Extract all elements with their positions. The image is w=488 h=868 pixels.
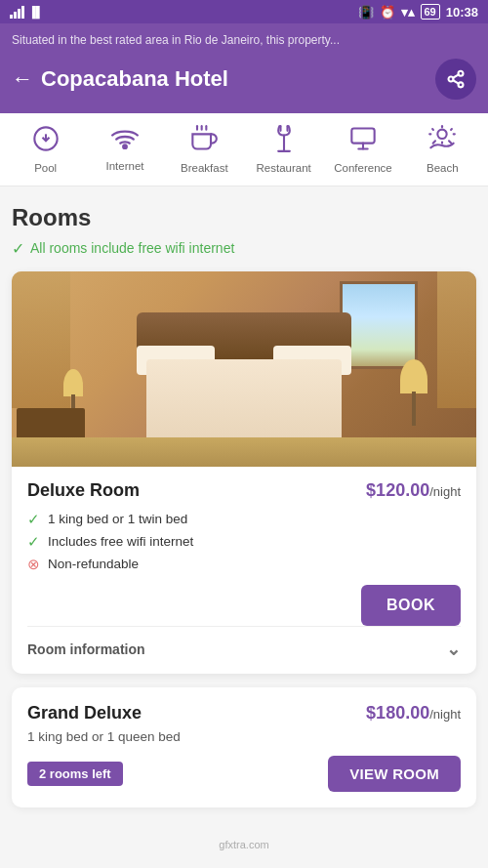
x-icon-refund: ⊗ [27, 556, 40, 573]
status-bar: ▐▌ 📳 ⏰ ▾▴ 69 10:38 [0, 0, 488, 23]
chevron-down-icon: ⌄ [446, 639, 461, 660]
svg-point-7 [123, 145, 127, 148]
amenity-pool[interactable]: Pool [17, 125, 75, 174]
svg-line-3 [453, 80, 459, 83]
beach-icon [428, 125, 456, 156]
deluxe-room-card: Deluxe Room $120.00/night ✓ 1 king bed o… [12, 271, 476, 674]
conference-icon [349, 125, 377, 156]
check-icon-wifi: ✓ [27, 533, 40, 551]
grand-deluxe-card: Grand Deluxe $180.00/night 1 king bed or… [12, 687, 476, 807]
wifi-note: ✓ All rooms include free wifi internet [12, 239, 476, 258]
grand-deluxe-desc: 1 king bed or 1 queen bed [27, 729, 461, 744]
restaurant-label: Restaurant [257, 162, 311, 174]
hotel-title: Copacabana Hotel [41, 66, 435, 92]
wifi-status-icon: ▾▴ [401, 5, 415, 20]
restaurant-icon [270, 125, 298, 156]
svg-line-21 [432, 129, 433, 130]
svg-line-25 [433, 141, 435, 143]
breakfast-label: Breakfast [181, 162, 228, 174]
rooms-left-badge: 2 rooms left [27, 762, 123, 786]
svg-point-18 [438, 129, 447, 138]
svg-line-22 [451, 129, 452, 130]
book-button[interactable]: BOOK [361, 585, 461, 626]
amenity-beach[interactable]: Beach [413, 125, 471, 174]
vibrate-icon: 📳 [358, 5, 374, 20]
internet-label: Internet [105, 160, 143, 172]
rooms-section: Rooms ✓ All rooms include free wifi inte… [12, 186, 476, 831]
hotel-subtitle: Situated in the best rated area in Rio d… [12, 29, 476, 53]
watermark: gfxtra.com [0, 831, 488, 858]
wifi-icon [111, 127, 139, 154]
status-right: 📳 ⏰ ▾▴ 69 10:38 [358, 4, 479, 20]
share-button[interactable] [435, 59, 476, 100]
room-feature-refund: ⊗ Non-refundable [27, 556, 461, 573]
carrier-icon: ▐▌ [28, 6, 44, 18]
pool-icon [32, 125, 60, 156]
breakfast-icon [190, 125, 218, 156]
deluxe-room-details: Deluxe Room $120.00/night ✓ 1 king bed o… [12, 467, 476, 674]
back-button[interactable]: ← [12, 68, 33, 90]
room-info-label: Room information [27, 641, 145, 657]
check-icon-bed: ✓ [27, 511, 40, 528]
conference-label: Conference [334, 162, 391, 174]
svg-line-4 [453, 74, 459, 77]
grand-deluxe-name: Grand Deluxe [27, 703, 142, 723]
rooms-title: Rooms [12, 204, 476, 231]
header-banner: Situated in the best rated area in Rio d… [0, 23, 488, 113]
grand-deluxe-footer: 2 rooms left VIEW ROOM [27, 756, 461, 792]
share-icon [446, 69, 466, 89]
svg-rect-15 [351, 128, 374, 143]
time-display: 10:38 [446, 5, 478, 20]
grand-deluxe-price: $180.00/night [366, 703, 461, 723]
room-info-bar[interactable]: Room information ⌄ [27, 626, 461, 660]
grand-deluxe-header: Grand Deluxe $180.00/night [27, 703, 461, 723]
room-image-deluxe [12, 271, 476, 467]
amenity-restaurant[interactable]: Restaurant [255, 125, 313, 174]
deluxe-room-header: Deluxe Room $120.00/night [27, 480, 461, 501]
amenity-conference[interactable]: Conference [334, 125, 392, 174]
pool-label: Pool [34, 162, 57, 174]
wifi-check-icon: ✓ [12, 239, 24, 258]
deluxe-room-price: $120.00/night [366, 480, 461, 501]
deluxe-room-name: Deluxe Room [27, 480, 140, 501]
deluxe-room-features: ✓ 1 king bed or 1 twin bed ✓ Includes fr… [27, 511, 461, 573]
view-room-button[interactable]: VIEW ROOM [328, 756, 461, 792]
main-content: Rooms ✓ All rooms include free wifi inte… [0, 186, 488, 831]
amenity-internet[interactable]: Internet [96, 127, 154, 172]
status-left: ▐▌ [10, 6, 44, 19]
amenity-breakfast[interactable]: Breakfast [175, 125, 233, 174]
room-feature-wifi: ✓ Includes free wifi internet [27, 533, 461, 551]
header-row: ← Copacabana Hotel [12, 53, 476, 113]
signal-icon [10, 6, 24, 19]
battery-icon: 69 [421, 4, 440, 20]
amenities-bar: Pool Internet Breakfast [0, 113, 488, 186]
room-feature-bed: ✓ 1 king bed or 1 twin bed [27, 511, 461, 528]
beach-label: Beach [427, 162, 459, 174]
svg-line-26 [449, 141, 451, 143]
alarm-icon: ⏰ [380, 5, 395, 20]
